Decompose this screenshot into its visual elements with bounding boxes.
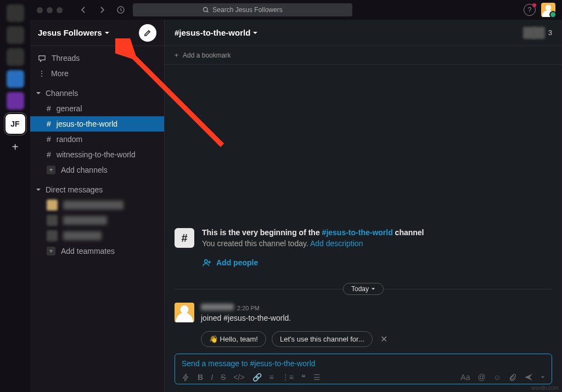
hash-icon: # — [47, 104, 51, 113]
message-author[interactable] — [201, 304, 234, 310]
add-channels-item[interactable]: +Add channels — [30, 162, 164, 178]
caret-down-icon — [36, 187, 41, 192]
hash-icon: # — [47, 135, 51, 144]
workspace-rail: JF + — [0, 0, 30, 392]
workspace-avatar[interactable] — [7, 4, 24, 22]
workspace-name: Jesus Followers — [38, 28, 102, 37]
send-options-icon[interactable] — [541, 375, 545, 379]
watermark: wsxdn.com — [531, 385, 559, 391]
threads-icon — [38, 54, 46, 63]
shortcuts-icon[interactable] — [182, 373, 190, 382]
caret-down-icon — [36, 90, 41, 96]
add-description-link[interactable]: Add description — [310, 239, 363, 248]
help-button[interactable]: ? — [524, 4, 536, 16]
chevron-down-icon — [104, 30, 110, 36]
message-text: joined #jesus-to-the-world. — [201, 314, 291, 322]
search-placeholder: Search Jesus Followers — [212, 6, 282, 14]
members-button[interactable]: 3 — [523, 27, 552, 39]
workspace-avatar[interactable] — [7, 26, 24, 44]
date-pill[interactable]: Today — [343, 283, 384, 295]
chevron-down-icon — [252, 30, 258, 36]
channel-item[interactable]: #witnessing-to-the-world — [30, 147, 164, 162]
workspace-avatar-active[interactable]: JF — [5, 114, 25, 134]
more-item[interactable]: ⋮ More — [30, 66, 164, 81]
svg-point-1 — [204, 8, 208, 12]
workspace-avatar[interactable] — [7, 48, 24, 66]
sidebar: Jesus Followers Threads — [30, 20, 165, 392]
quote-icon[interactable]: ❝ — [301, 373, 306, 382]
threads-item[interactable]: Threads — [30, 50, 164, 66]
message-row: 2:20 PM joined #jesus-to-the-world. — [175, 303, 552, 322]
more-icon: ⋮ — [38, 69, 46, 78]
window-controls[interactable] — [37, 7, 63, 13]
workspace-avatar[interactable] — [7, 70, 24, 88]
format-icon[interactable]: Aa — [460, 373, 470, 382]
history-button[interactable] — [114, 3, 127, 16]
back-button[interactable] — [77, 3, 90, 16]
channel-link[interactable]: #jesus-to-the-world — [322, 228, 393, 237]
plus-icon: + — [175, 52, 178, 59]
hash-icon: # — [47, 150, 51, 159]
suggestion-row: 👋 Hello, team! Let's use this channel fo… — [201, 331, 552, 347]
dm-item[interactable] — [30, 228, 164, 243]
hash-icon: # — [175, 228, 194, 248]
message-avatar[interactable] — [175, 303, 194, 322]
channel-item[interactable]: #general — [30, 101, 164, 116]
send-button[interactable] — [524, 373, 533, 382]
hash-icon: # — [47, 120, 51, 128]
date-divider: Today — [175, 283, 552, 295]
chevron-down-icon — [371, 287, 375, 291]
message-composer[interactable]: B I S </> 🔗 ≡ ⋮≡ ❝ ☰ Aa — [175, 354, 552, 384]
search-icon — [203, 7, 209, 13]
suggestion-button[interactable]: 👋 Hello, team! — [201, 331, 266, 347]
add-teammates-item[interactable]: +Add teammates — [30, 243, 164, 259]
italic-icon[interactable]: I — [211, 373, 213, 382]
dm-item[interactable] — [30, 197, 164, 213]
add-people-icon — [202, 258, 212, 268]
top-bar: Search Jesus Followers ? — [30, 0, 562, 20]
add-bookmark-button[interactable]: + Add a bookmark — [165, 46, 562, 65]
dm-section[interactable]: Direct messages — [30, 182, 164, 197]
channel-item[interactable]: #random — [30, 132, 164, 147]
dm-item[interactable] — [30, 213, 164, 228]
emoji-icon[interactable]: ☺ — [493, 373, 501, 382]
strike-icon[interactable]: S — [221, 373, 226, 382]
svg-point-3 — [205, 260, 207, 263]
ordered-list-icon[interactable]: ≡ — [269, 373, 274, 382]
channel-title[interactable]: #jesus-to-the-world — [175, 28, 258, 37]
forward-button[interactable] — [95, 3, 109, 16]
channels-section[interactable]: Channels — [30, 86, 164, 101]
message-time: 2:20 PM — [237, 305, 260, 311]
workspace-avatar[interactable] — [7, 92, 24, 110]
code-icon[interactable]: </> — [233, 373, 244, 382]
link-icon[interactable]: 🔗 — [252, 373, 262, 382]
message-input[interactable] — [182, 359, 545, 368]
channel-item-active[interactable]: #jesus-to-the-world — [30, 116, 164, 132]
suggestion-button[interactable]: Let's use this channel for... — [272, 331, 373, 347]
add-people-button[interactable]: Add people — [202, 258, 552, 268]
plus-icon: + — [47, 166, 55, 174]
add-workspace-button[interactable]: + — [7, 138, 24, 156]
bullet-list-icon[interactable]: ⋮≡ — [282, 373, 294, 382]
attach-icon[interactable] — [509, 373, 516, 381]
mention-icon[interactable]: @ — [477, 373, 485, 382]
workspace-menu[interactable]: Jesus Followers — [38, 28, 110, 37]
compose-button[interactable] — [139, 24, 156, 42]
bold-icon[interactable]: B — [198, 373, 203, 382]
user-avatar[interactable] — [541, 3, 555, 17]
dismiss-suggestions-button[interactable]: ✕ — [378, 332, 390, 346]
search-input[interactable]: Search Jesus Followers — [133, 3, 352, 16]
channel-header: #jesus-to-the-world 3 — [165, 20, 562, 46]
channel-intro: # This is the very beginning of the #jes… — [175, 228, 552, 248]
plus-icon: + — [47, 247, 55, 255]
codeblock-icon[interactable]: ☰ — [313, 373, 321, 382]
